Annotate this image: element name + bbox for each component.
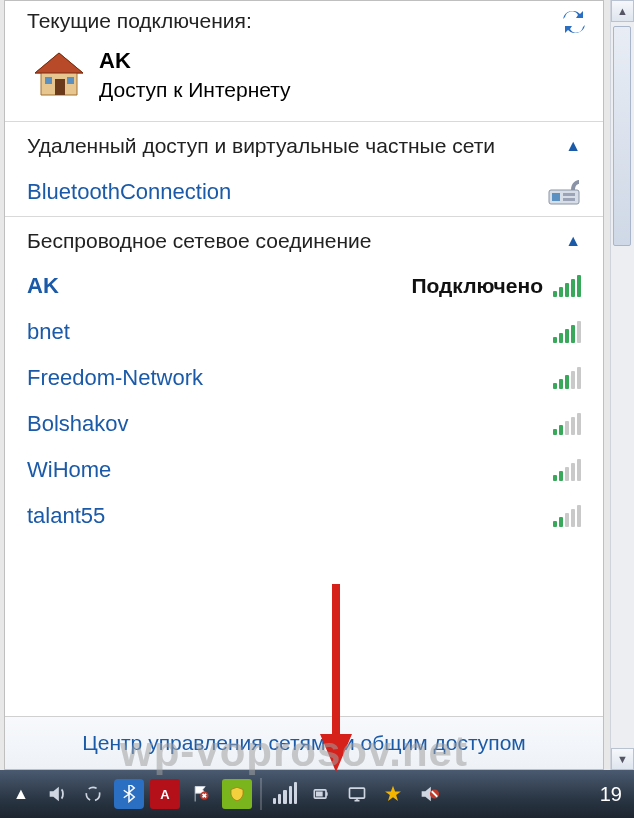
wifi-group-title: Беспроводное сетевое соединение — [27, 229, 371, 253]
svg-rect-12 — [326, 792, 328, 795]
connection-name: bnet — [27, 319, 553, 345]
connection-name: AK — [27, 273, 411, 299]
connection-name: talant55 — [27, 503, 553, 529]
wifi-item-talant55[interactable]: talant55 — [5, 493, 603, 539]
battery-icon[interactable] — [306, 779, 336, 809]
volume-muted-icon[interactable] — [414, 779, 444, 809]
svg-rect-4 — [67, 77, 74, 84]
signal-icon — [553, 505, 581, 527]
scroll-track[interactable] — [611, 22, 634, 748]
wifi-item-wihome[interactable]: WiHome — [5, 447, 603, 493]
scroll-down-icon[interactable]: ▼ — [611, 748, 634, 770]
signal-icon — [553, 275, 581, 297]
svg-point-9 — [86, 787, 99, 800]
wifi-group-header: Беспроводное сетевое соединение ▲ — [5, 217, 603, 263]
clock[interactable]: 19 — [600, 783, 628, 806]
scrollbar[interactable]: ▲ ▼ — [610, 0, 634, 770]
connection-name: Bolshakov — [27, 411, 553, 437]
current-connection: AK Доступ к Интернету — [5, 43, 603, 121]
show-hidden-icon[interactable]: ▲ — [6, 779, 36, 809]
scroll-up-icon[interactable]: ▲ — [611, 0, 634, 22]
svg-marker-1 — [35, 53, 83, 73]
chevron-up-icon[interactable]: ▲ — [565, 232, 581, 250]
bluetooth-icon[interactable] — [114, 779, 144, 809]
signal-icon — [553, 367, 581, 389]
shield-icon[interactable] — [222, 779, 252, 809]
monitor-icon[interactable] — [342, 779, 372, 809]
network-flyout: Текущие подключения: AK Доступ к Интерне… — [4, 0, 604, 770]
current-network-name: AK — [99, 47, 291, 76]
chevron-up-icon[interactable]: ▲ — [565, 137, 581, 155]
flag-icon[interactable] — [186, 779, 216, 809]
star-icon[interactable] — [378, 779, 408, 809]
signal-icon — [553, 413, 581, 435]
wifi-item-bolshakov[interactable]: Bolshakov — [5, 401, 603, 447]
home-network-icon — [33, 51, 85, 99]
svg-rect-13 — [316, 792, 323, 797]
taskbar-divider — [260, 778, 262, 810]
loading-icon[interactable] — [78, 779, 108, 809]
svg-rect-14 — [350, 788, 365, 798]
current-connections-header: Текущие подключения: — [5, 1, 603, 43]
wifi-item-freedom[interactable]: Freedom-Network — [5, 355, 603, 401]
wifi-item-bnet[interactable]: bnet — [5, 309, 603, 355]
adobe-icon[interactable]: A — [150, 779, 180, 809]
signal-icon — [553, 321, 581, 343]
network-tray-icon[interactable] — [270, 779, 300, 809]
vpn-group-header: Удаленный доступ и виртуальные частные с… — [5, 122, 603, 168]
signal-icon — [553, 459, 581, 481]
svg-rect-8 — [563, 198, 575, 201]
vpn-group-title: Удаленный доступ и виртуальные частные с… — [27, 134, 495, 158]
scroll-thumb[interactable] — [613, 26, 631, 246]
modem-icon — [547, 178, 581, 206]
svg-rect-7 — [563, 193, 575, 196]
connection-name: WiHome — [27, 457, 553, 483]
connection-name: Freedom-Network — [27, 365, 553, 391]
taskbar: ▲ A 19 — [0, 770, 634, 818]
vpn-item-bluetooth[interactable]: BluetoothConnection — [5, 168, 603, 216]
connection-name: BluetoothConnection — [27, 179, 547, 205]
network-center-link[interactable]: Центр управления сетями и общим доступом — [5, 716, 603, 769]
svg-rect-6 — [552, 193, 560, 201]
wifi-item-ak[interactable]: AK Подключено — [5, 263, 603, 309]
svg-rect-2 — [55, 79, 65, 95]
current-network-status: Доступ к Интернету — [99, 76, 291, 103]
volume-icon[interactable] — [42, 779, 72, 809]
connection-status: Подключено — [411, 274, 543, 298]
svg-rect-3 — [45, 77, 52, 84]
